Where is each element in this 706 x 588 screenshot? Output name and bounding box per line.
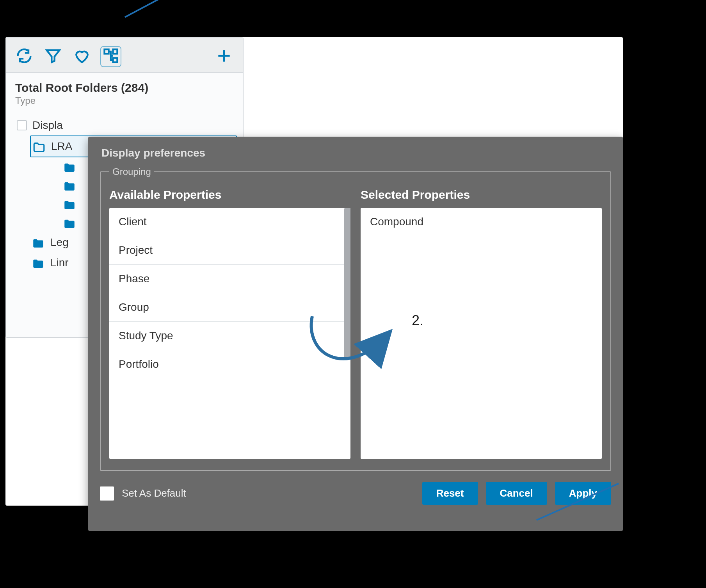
tree-subtitle: Type — [14, 95, 237, 106]
folder-icon — [32, 237, 45, 248]
list-item[interactable]: Portfolio — [109, 350, 350, 378]
hierarchy-icon — [102, 47, 119, 66]
selected-properties-list[interactable]: Compound — [361, 208, 602, 459]
reset-button[interactable]: Reset — [422, 482, 478, 505]
dialog-title: Display preferences — [101, 147, 611, 159]
list-item[interactable]: Client — [109, 208, 350, 236]
heart-icon — [73, 47, 91, 66]
folder-icon — [32, 257, 45, 268]
folder-icon — [63, 161, 76, 172]
dialog-footer: Set As Default Reset Cancel Apply — [100, 471, 611, 505]
filter-button[interactable] — [44, 48, 62, 66]
tree-row-checkbox[interactable] — [17, 120, 27, 130]
list-item[interactable]: Phase — [109, 265, 350, 293]
available-header: Available Properties — [109, 188, 350, 201]
selected-header: Selected Properties — [361, 188, 602, 201]
folder-icon — [63, 217, 76, 228]
cancel-button[interactable]: Cancel — [486, 482, 547, 505]
tree-row[interactable]: Displa — [14, 115, 237, 135]
tree-summary: Total Root Folders (284) — [14, 80, 237, 95]
tree-row-label: Displa — [32, 119, 63, 132]
list-item[interactable]: Study Type — [109, 322, 350, 350]
refresh-icon — [16, 47, 33, 66]
divider — [14, 111, 237, 111]
svg-rect-1 — [113, 49, 117, 53]
grouping-legend: Grouping — [109, 166, 154, 177]
available-properties-list[interactable]: ClientProjectPhaseGroupStudy TypePortfol… — [109, 208, 350, 459]
add-button[interactable] — [215, 48, 233, 66]
tree-row-label: Leg — [50, 236, 69, 249]
folder-icon — [32, 141, 46, 152]
grouping-button[interactable] — [102, 48, 120, 66]
set-default-label: Set As Default — [122, 487, 186, 499]
refresh-button[interactable] — [15, 48, 33, 66]
scrollbar[interactable] — [344, 208, 350, 358]
list-item[interactable]: Group — [109, 293, 350, 322]
favorites-button[interactable] — [73, 48, 91, 66]
folder-icon — [63, 199, 76, 210]
folder-icon — [63, 180, 76, 191]
apply-button[interactable]: Apply — [555, 482, 611, 505]
grouping-fieldset: Grouping Available Properties ClientProj… — [100, 166, 611, 471]
callout-line-to-grouping-icon — [124, 0, 194, 18]
list-item[interactable]: Project — [109, 236, 350, 265]
display-preferences-dialog: Display preferences Grouping Available P… — [88, 137, 623, 531]
tree-row-label: Linr — [50, 257, 69, 269]
svg-rect-2 — [113, 58, 117, 62]
plus-icon — [215, 47, 233, 66]
list-item[interactable]: Compound — [361, 208, 602, 236]
funnel-icon — [44, 47, 62, 66]
set-default-checkbox[interactable] — [100, 486, 114, 501]
annotation-step-number: 2. — [412, 312, 423, 329]
svg-rect-0 — [105, 49, 109, 53]
tree-row-label: LRA — [51, 140, 72, 153]
tree-toolbar — [6, 37, 243, 73]
available-column: Available Properties ClientProjectPhaseG… — [109, 184, 350, 459]
selected-column: Selected Properties Compound — [361, 184, 602, 459]
